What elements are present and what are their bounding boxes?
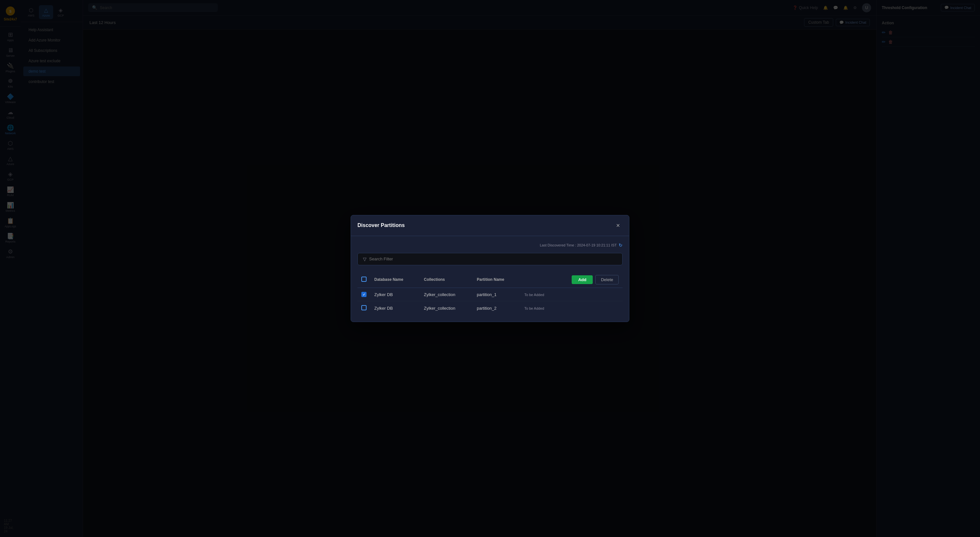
row2-status: To be Added [520, 301, 558, 316]
filter-icon: ▽ [363, 257, 366, 262]
row2-checkbox[interactable] [361, 305, 366, 310]
modal-overlay[interactable]: Discover Partitions × Last Discovered Ti… [0, 0, 980, 537]
modal-meta: Last Discovered Time : 2024-07-19 10:21:… [358, 242, 622, 248]
row1-checkbox[interactable] [361, 292, 366, 297]
th-database-name: Database Name [371, 272, 420, 288]
row2-actions-cell [558, 301, 622, 316]
row1-partition-name: partition_1 [473, 288, 520, 301]
modal-close-button[interactable]: × [614, 220, 622, 231]
discover-partitions-modal: Discover Partitions × Last Discovered Ti… [351, 215, 629, 322]
row1-actions-cell [558, 288, 622, 301]
modal-body: Last Discovered Time : 2024-07-19 10:21:… [351, 236, 629, 322]
modal-title: Discover Partitions [358, 223, 405, 228]
row2-status-badge: To be Added [524, 306, 544, 310]
table-header: Database Name Collections Partition Name… [358, 272, 622, 288]
search-filter-input[interactable] [369, 257, 617, 261]
row1-status: To be Added [520, 288, 558, 301]
row1-database-name: Zylker DB [371, 288, 420, 301]
partition-table: Database Name Collections Partition Name… [358, 272, 622, 316]
table-row: Zylker DB Zylker_collection partition_1 … [358, 288, 622, 301]
row2-checkbox-cell [358, 301, 371, 316]
select-all-checkbox[interactable] [361, 277, 366, 282]
th-partition-name: Partition Name [473, 272, 520, 288]
table-row: Zylker DB Zylker_collection partition_2 … [358, 301, 622, 316]
th-collections: Collections [420, 272, 473, 288]
th-checkbox [358, 272, 371, 288]
row1-status-badge: To be Added [524, 293, 544, 297]
table-body: Zylker DB Zylker_collection partition_1 … [358, 288, 622, 315]
table-action-buttons: Add Delete [562, 275, 619, 284]
search-filter-bar: ▽ [358, 253, 622, 265]
row2-partition-name: partition_2 [473, 301, 520, 316]
last-discovered-text: Last Discovered Time : 2024-07-19 10:21:… [540, 243, 617, 247]
modal-header: Discover Partitions × [351, 215, 629, 236]
delete-button[interactable]: Delete [595, 275, 619, 284]
th-actions: Add Delete [558, 272, 622, 288]
th-status [520, 272, 558, 288]
row1-checkbox-cell [358, 288, 371, 301]
row2-database-name: Zylker DB [371, 301, 420, 316]
add-button[interactable]: Add [572, 275, 593, 284]
refresh-icon[interactable]: ↻ [619, 242, 622, 248]
row2-collections: Zylker_collection [420, 301, 473, 316]
row1-collections: Zylker_collection [420, 288, 473, 301]
